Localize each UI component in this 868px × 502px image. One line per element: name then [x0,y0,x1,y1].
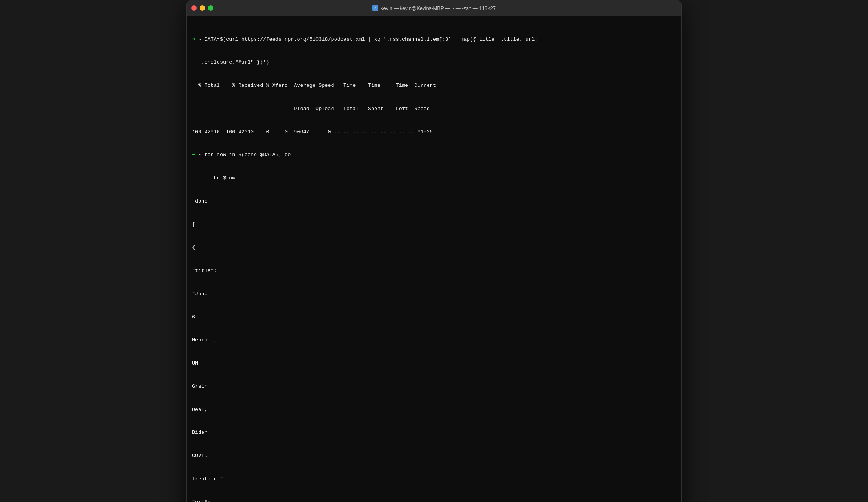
terminal-window: Z kevin — kevin@Kevins-MBP — ~ — -zsh — … [186,0,682,502]
terminal-line-18: COVID [192,452,676,460]
window-title: Z kevin — kevin@Kevins-MBP — ~ — -zsh — … [372,5,496,11]
title-text: kevin — kevin@Kevins-MBP — ~ — -zsh — 11… [381,5,496,11]
terminal-line-3: Dload Upload Total Spent Left Speed [192,105,676,113]
terminal-line-14: UN [192,360,676,367]
terminal-line-20: "url": [192,499,676,502]
terminal-body[interactable]: ➜ ~ DATA=$(curl https://feeds.npr.org/51… [187,16,681,502]
prompt-arrow-5: ➜ [192,152,195,158]
terminal-line-19: Treatment", [192,475,676,483]
maximize-button[interactable] [208,5,213,11]
terminal-line-6: echo $row [192,174,676,182]
terminal-line-10: "title": [192,267,676,275]
terminal-line-13: Hearing, [192,336,676,344]
terminal-line-5: ➜ ~ for row in $(echo $DATA); do [192,151,676,159]
terminal-line-0: ➜ ~ DATA=$(curl https://feeds.npr.org/51… [192,36,676,43]
terminal-line-7: done [192,198,676,205]
terminal-icon: Z [372,5,378,11]
terminal-line-4: 100 42010 100 42010 0 0 90647 0 --:--:--… [192,128,676,136]
titlebar: Z kevin — kevin@Kevins-MBP — ~ — -zsh — … [187,0,681,16]
terminal-content: ➜ ~ DATA=$(curl https://feeds.npr.org/51… [192,20,676,502]
terminal-line-9: { [192,244,676,251]
prompt-arrow-0: ➜ [192,37,195,42]
traffic-lights [191,5,213,11]
line-text-0: ~ DATA=$(curl https://feeds.npr.org/5103… [195,37,538,42]
terminal-line-11: "Jan. [192,290,676,298]
terminal-line-17: Biden [192,429,676,436]
close-button[interactable] [191,5,197,11]
terminal-line-2: % Total % Received % Xferd Average Speed… [192,82,676,90]
terminal-line-8: [ [192,221,676,229]
line-text-5: ~ for row in $(echo $DATA); do [195,152,291,158]
terminal-line-16: Deal, [192,406,676,414]
terminal-line-1: .enclosure."@url" })') [192,59,676,66]
terminal-line-15: Grain [192,383,676,390]
terminal-line-12: 6 [192,313,676,321]
minimize-button[interactable] [200,5,205,11]
